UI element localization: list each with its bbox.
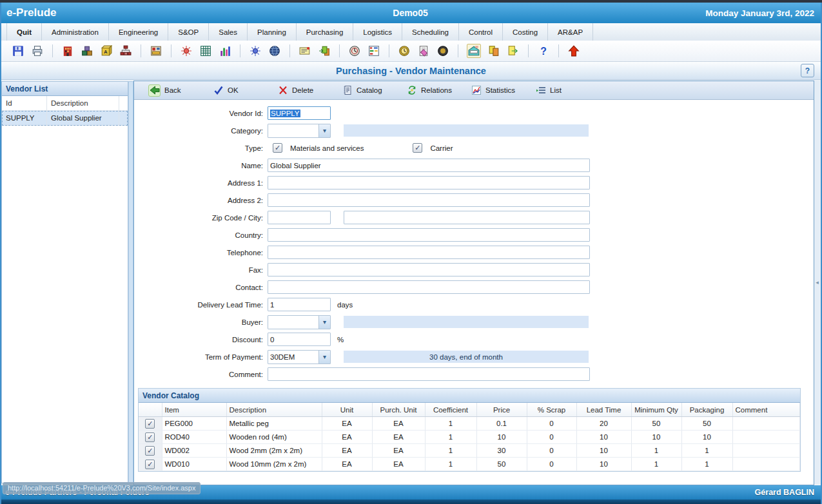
menu-item-scheduling[interactable]: Scheduling <box>402 23 459 41</box>
routing-icon[interactable] <box>150 44 162 57</box>
gantt-icon[interactable] <box>367 44 380 57</box>
vendor-id-input[interactable]: SUPPLY <box>268 106 331 120</box>
telephone-input[interactable] <box>268 246 590 259</box>
menu-item-ar-ap[interactable]: AR&AP <box>548 23 593 41</box>
menu-item-purchasing[interactable]: Purchasing <box>297 23 354 41</box>
country-input[interactable] <box>268 228 590 242</box>
message-icon[interactable] <box>298 44 311 57</box>
catalog-col-item: Item <box>162 403 226 417</box>
row-checkbox[interactable] <box>145 460 155 469</box>
icon-toolbar: A? <box>1 41 821 62</box>
ok-button[interactable]: OK <box>213 85 277 96</box>
menu-item-administration[interactable]: Administration <box>42 23 109 41</box>
relations-button[interactable]: Relations <box>406 85 471 96</box>
row-checkbox[interactable] <box>145 446 155 456</box>
products-icon[interactable] <box>81 44 93 57</box>
back-button[interactable]: Back <box>148 84 213 97</box>
catalog-icon <box>342 85 353 96</box>
help-button[interactable]: ? <box>801 64 814 77</box>
grid-icon[interactable] <box>199 44 212 57</box>
open-mail-icon[interactable] <box>467 44 481 58</box>
buyer-select[interactable] <box>268 315 331 329</box>
vendor-catalog-title: Vendor Catalog <box>139 389 800 403</box>
action-toolbar: BackOKDeleteCatalogRelationsStatisticsLi… <box>134 81 814 100</box>
row-checkbox[interactable] <box>145 419 155 429</box>
mrp-red-icon[interactable] <box>180 44 193 57</box>
help-icon[interactable]: ? <box>537 44 550 57</box>
purchase-doc-icon[interactable] <box>417 44 430 57</box>
catalog-cell: 50 <box>681 417 732 431</box>
carrier-checkbox-label: Carrier <box>430 144 453 152</box>
discount-suffix: % <box>337 336 344 344</box>
delivery-lead-time-input[interactable] <box>268 298 331 311</box>
menu-item-quit[interactable]: Quit <box>6 23 42 41</box>
city-input[interactable] <box>344 211 590 224</box>
catalog-button[interactable]: Catalog <box>342 85 406 96</box>
bar-chart-icon[interactable] <box>219 44 231 57</box>
right-splitter[interactable]: ◂ <box>814 81 820 484</box>
menu-item-engineering[interactable]: Engineering <box>109 23 168 41</box>
catalog-cell: 30 <box>476 444 527 458</box>
page-title-bar: Purchasing - Vendor Maintenance ? <box>1 62 821 80</box>
address1-input[interactable] <box>268 176 590 189</box>
print-icon[interactable] <box>31 44 44 57</box>
delete-button[interactable]: Delete <box>277 85 342 96</box>
address2-input[interactable] <box>268 193 590 207</box>
vendor-list-row[interactable]: SUPPLYGlobal Supplier <box>2 111 128 126</box>
country-label: Country: <box>134 231 263 239</box>
catalog-cell: 1 <box>681 458 732 471</box>
home-icon[interactable] <box>567 44 580 57</box>
vendor-list-col-id: Id <box>2 96 47 110</box>
export-icon[interactable] <box>507 44 520 57</box>
catalog-cell: ROD40 <box>162 431 226 444</box>
category-select[interactable] <box>268 124 331 138</box>
catalog-cell: EA <box>322 431 372 444</box>
bom-icon[interactable] <box>119 44 132 57</box>
carrier-checkbox[interactable] <box>413 143 422 153</box>
zip-code-input[interactable] <box>268 211 331 224</box>
menu-item-logistics[interactable]: Logistics <box>353 23 402 41</box>
catalog-cell <box>732 431 800 444</box>
catalog-cell: 1 <box>425 417 476 431</box>
sidebar-splitter[interactable] <box>128 81 133 483</box>
name-input[interactable] <box>268 159 590 172</box>
term-of-payment-select[interactable]: 30DEM <box>268 350 331 364</box>
menu-item-control[interactable]: Control <box>459 23 503 41</box>
save-icon[interactable] <box>12 44 24 57</box>
menu-item-planning[interactable]: Planning <box>248 23 297 41</box>
catalog-cell: 0 <box>527 417 576 431</box>
catalog-cell <box>732 444 800 458</box>
catalog-cell: Wooden rod (4m) <box>226 431 322 444</box>
contact-input[interactable] <box>268 280 590 294</box>
ok-icon <box>213 85 224 96</box>
menu-item-sales[interactable]: Sales <box>209 23 248 41</box>
globe-icon[interactable] <box>268 44 281 57</box>
action-button-label: List <box>550 86 562 94</box>
menu-item-costing[interactable]: Costing <box>503 23 548 41</box>
catalog-cell: EA <box>322 458 372 471</box>
app-window: e-Prelude Demo05 Monday January 3rd, 202… <box>0 0 822 504</box>
address2-label: Address 2: <box>134 197 263 204</box>
row-checkbox[interactable] <box>145 432 155 442</box>
catalog-cell: 0.1 <box>476 417 527 431</box>
materials-and-services-checkbox[interactable] <box>273 143 282 153</box>
vendors-icon[interactable] <box>61 44 74 57</box>
toolbar-separator <box>458 44 458 57</box>
item-icon[interactable]: A <box>100 44 113 57</box>
discount-input[interactable] <box>268 333 331 346</box>
vendor-catalog-table: ItemDescriptionUnitPurch. UnitCoefficien… <box>139 403 800 471</box>
list-button[interactable]: List <box>535 85 600 96</box>
menu-item-s-op[interactable]: S&OP <box>168 23 209 41</box>
category-description-field <box>344 124 589 137</box>
coin-icon[interactable] <box>436 44 449 57</box>
comment-input[interactable] <box>268 367 590 381</box>
clock-gold-icon[interactable] <box>398 44 411 57</box>
transfer-icon[interactable] <box>318 44 331 57</box>
copy-icon[interactable] <box>487 44 500 57</box>
clock-icon[interactable] <box>348 44 361 57</box>
fax-input[interactable] <box>268 263 590 276</box>
main-panel: BackOKDeleteCatalogRelationsStatisticsLi… <box>133 81 814 485</box>
planning-blue-icon[interactable] <box>249 44 262 57</box>
statistics-button[interactable]: Statistics <box>471 85 535 96</box>
relations-icon <box>406 85 417 96</box>
